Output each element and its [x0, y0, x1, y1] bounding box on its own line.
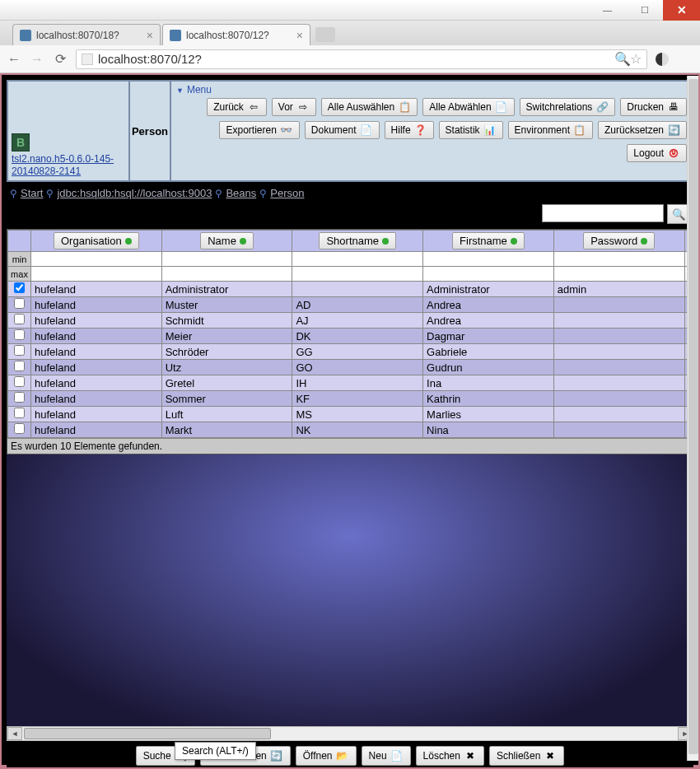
new-tab-button[interactable]: [315, 27, 335, 42]
row-checkbox[interactable]: [14, 361, 25, 371]
column-header[interactable]: Shortname: [292, 231, 423, 252]
button-icon: 📄: [360, 124, 373, 136]
table-row[interactable]: hufelandSchmidtAJAndrea: [8, 313, 693, 329]
button-icon: 📄: [390, 750, 404, 762]
contrast-icon[interactable]: [656, 53, 669, 66]
alle-abw-hlen-button[interactable]: Alle Abwählen📄: [422, 98, 514, 116]
table-row[interactable]: hufelandSommerKFKathrin: [8, 391, 693, 407]
page-title: Person: [130, 82, 171, 180]
row-checkbox[interactable]: [14, 408, 25, 418]
zoom-icon[interactable]: 🔍: [615, 52, 630, 67]
window-close-button[interactable]: ✕: [663, 0, 700, 21]
tab-close-icon[interactable]: ×: [296, 29, 303, 42]
hilfe-button[interactable]: Hilfe❓: [385, 121, 434, 139]
column-header[interactable]: Organisation: [31, 231, 162, 252]
table-row[interactable]: hufelandUtzGOGudrun: [8, 360, 693, 375]
window-minimize-button[interactable]: —: [589, 0, 626, 21]
table-row[interactable]: hufelandAdministratorAdministratoradmin: [8, 282, 693, 297]
filter-input[interactable]: [423, 253, 553, 266]
table-row[interactable]: hufelandMarktNKNina: [8, 422, 693, 438]
browser-tab[interactable]: localhost:8070/18? ×: [12, 24, 161, 45]
scroll-left-arrow[interactable]: ◄: [7, 727, 22, 740]
row-checkbox[interactable]: [14, 298, 25, 309]
reload-button[interactable]: ⟳: [53, 52, 68, 67]
filter-input[interactable]: [292, 253, 422, 266]
button-label: Suche: [143, 750, 171, 762]
filter-input[interactable]: [554, 268, 684, 281]
breadcrumb-link[interactable]: Beans: [226, 187, 256, 199]
cell: Meier: [161, 329, 292, 344]
filter-input[interactable]: [423, 268, 553, 281]
row-checkbox[interactable]: [14, 392, 25, 403]
scroll-thumb[interactable]: [24, 728, 271, 739]
filter-input[interactable]: [162, 268, 292, 281]
cell: hufeland: [31, 297, 162, 313]
cell: Kathrin: [423, 391, 554, 407]
header-panel: B tsl2.nano.h5-0.6.0-145-20140828-2141 P…: [7, 80, 693, 182]
filter-input[interactable]: [31, 253, 161, 266]
zur-ck-button[interactable]: Zurück⇦: [207, 98, 267, 116]
forward-button[interactable]: →: [30, 52, 44, 67]
schlie-en-button[interactable]: Schließen✖: [489, 746, 564, 766]
button-label: Alle Auswählen: [328, 101, 394, 113]
row-checkbox[interactable]: [14, 329, 25, 340]
url-input[interactable]: localhost:8070/12? 🔍 ☆: [76, 49, 647, 69]
row-checkbox[interactable]: [14, 423, 25, 434]
window-maximize-button[interactable]: ☐: [626, 0, 663, 21]
zur-cksetzen-button[interactable]: Zurücksetzen🔄: [598, 121, 687, 139]
environment-button[interactable]: Environment📋: [508, 121, 593, 139]
row-checkbox[interactable]: [14, 282, 25, 293]
bookmark-star-icon[interactable]: ☆: [630, 51, 642, 67]
search-input[interactable]: [542, 204, 664, 222]
button-icon: 🔗: [595, 101, 609, 113]
scroll-track[interactable]: [22, 727, 678, 740]
back-button[interactable]: ←: [7, 52, 21, 67]
search-row: 🔍: [7, 203, 693, 229]
breadcrumb-link[interactable]: Person: [270, 187, 304, 199]
drucken-button[interactable]: Drucken🖶: [620, 98, 687, 116]
-ffnen-button[interactable]: Öffnen📂: [296, 746, 357, 766]
table-row[interactable]: hufelandLuftMSMarlies: [8, 407, 693, 422]
vor-button[interactable]: Vor⇨: [272, 98, 316, 116]
cell: Markt: [161, 422, 292, 438]
switchrelations-button[interactable]: Switchrelations🔗: [520, 98, 616, 116]
filter-input[interactable]: [162, 253, 292, 266]
scroll-thumb[interactable]: [688, 79, 698, 754]
button-icon: ⇨: [296, 101, 310, 113]
table-row[interactable]: hufelandMeierDKDagmar: [8, 329, 693, 344]
table-row[interactable]: hufelandSchröderGGGabriele: [8, 344, 693, 360]
row-checkbox[interactable]: [14, 345, 25, 356]
filter-input[interactable]: [292, 268, 422, 281]
breadcrumb-link[interactable]: jdbc:hsqldb:hsql://localhost:9003: [57, 187, 212, 199]
button-icon: 🖶: [667, 101, 680, 113]
sort-indicator-icon: [511, 238, 517, 245]
dokument-button[interactable]: Dokument📄: [305, 121, 380, 139]
logo-icon: B: [12, 133, 30, 151]
table-row[interactable]: hufelandMusterADAndrea: [8, 297, 693, 313]
row-checkbox[interactable]: [14, 376, 25, 387]
filter-input[interactable]: [31, 268, 161, 281]
table-row[interactable]: hufelandGretelIHIna: [8, 375, 693, 391]
alle-ausw-hlen-button[interactable]: Alle Auswählen📋: [321, 98, 418, 116]
row-checkbox[interactable]: [14, 314, 25, 324]
column-header[interactable]: Name: [161, 231, 292, 252]
filter-input[interactable]: [554, 253, 684, 266]
vertical-scrollbar[interactable]: [687, 76, 698, 761]
version-link[interactable]: tsl2.nano.h5-0.6.0-145-20140828-2141: [12, 153, 125, 177]
sort-indicator-icon: [125, 238, 132, 245]
column-header[interactable]: Firstname: [423, 231, 554, 252]
exportieren-button[interactable]: Exportieren👓: [219, 121, 299, 139]
l-schen-button[interactable]: Löschen✖: [416, 746, 484, 766]
logout-button[interactable]: Logout: [627, 144, 687, 162]
button-label: Exportieren: [226, 124, 276, 136]
column-header[interactable]: Password: [553, 231, 684, 252]
horizontal-scrollbar[interactable]: ◄ ►: [7, 726, 693, 741]
menu-collapse-icon[interactable]: ▼: [176, 86, 184, 95]
browser-tab[interactable]: localhost:8070/12? ×: [162, 24, 310, 45]
statistik-button[interactable]: Statistik📊: [439, 121, 503, 139]
breadcrumb-link[interactable]: Start: [21, 187, 43, 199]
cell: Administrator: [423, 282, 554, 297]
cell: Ina: [423, 375, 554, 391]
tab-close-icon[interactable]: ×: [147, 29, 153, 42]
neu-button[interactable]: Neu📄: [362, 746, 411, 766]
